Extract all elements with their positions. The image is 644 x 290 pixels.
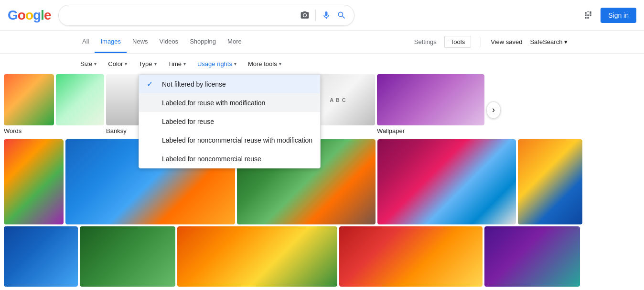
color-arrow-icon: ▾ — [125, 61, 127, 67]
dropdown-item-labeled-reuse[interactable]: ✓ Labeled for reuse — [139, 112, 320, 131]
voice-search-button[interactable] — [322, 11, 331, 20]
more-tools-arrow-icon: ▾ — [279, 61, 281, 67]
check-empty-icon: ✓ — [147, 98, 156, 107]
nav-tabs: All Images News Videos Shopping More Set… — [0, 31, 644, 54]
dropdown-item-labeled-noncommercial-modification[interactable]: ✓ Labeled for noncommercial reuse with m… — [139, 131, 320, 149]
right-arrow-container: › — [486, 84, 501, 135]
tab-more[interactable]: More — [222, 31, 247, 53]
colorful-tag-image[interactable] — [177, 226, 337, 287]
header-right: Sign in — [580, 7, 636, 24]
time-arrow-icon: ▾ — [183, 61, 186, 67]
wallpaper-group: Wallpaper — [377, 74, 484, 135]
graffiti-text-image[interactable] — [339, 226, 483, 287]
search-button[interactable] — [337, 11, 346, 20]
nav-right: Settings Tools View saved SafeSearch ▾ — [414, 36, 568, 48]
tab-images[interactable]: Images — [95, 31, 127, 53]
search-divider — [315, 10, 316, 21]
words-image-2[interactable] — [56, 74, 104, 125]
sign-in-button[interactable]: Sign in — [601, 8, 636, 23]
usage-rights-filter[interactable]: Usage rights ▾ — [193, 57, 240, 70]
google-logo: Google — [8, 8, 51, 23]
search-input[interactable]: graffiti — [66, 11, 294, 20]
wallpaper-image-1[interactable] — [377, 74, 484, 125]
yes-graffiti-image[interactable] — [518, 139, 582, 224]
check-empty-icon-2: ✓ — [147, 117, 156, 126]
nav-divider — [481, 37, 481, 47]
type-arrow-icon: ▾ — [154, 61, 157, 67]
more-tools-filter[interactable]: More tools ▾ — [244, 57, 285, 70]
next-arrow-button[interactable]: › — [486, 101, 501, 119]
image-row-3 — [0, 224, 644, 287]
dropdown-item-labeled-noncommercial[interactable]: ✓ Labeled for noncommercial reuse — [139, 149, 320, 168]
search-icon — [337, 11, 346, 20]
wallpaper-label: Wallpaper — [377, 125, 484, 135]
type-filter[interactable]: Type ▾ — [135, 57, 160, 70]
apps-icon — [583, 11, 593, 20]
safe-search[interactable]: SafeSearch ▾ — [530, 38, 568, 45]
filter-bar: Size ▾ Color ▾ Type ▾ Time ▾ Usage right… — [0, 54, 644, 74]
size-filter[interactable]: Size ▾ — [76, 57, 100, 70]
header: Google graffiti — [0, 0, 644, 31]
tab-news[interactable]: News — [127, 31, 154, 53]
words-image-1[interactable] — [4, 74, 54, 125]
image-row-2 — [0, 135, 644, 224]
colorful-wall-image[interactable] — [377, 139, 516, 224]
purple-graffiti-image[interactable] — [484, 226, 580, 287]
green-graffiti-image[interactable] — [80, 226, 175, 287]
words-group: Words — [4, 74, 104, 135]
microphone-icon — [322, 11, 331, 20]
words-label: Words — [4, 125, 104, 135]
tools-button[interactable]: Tools — [444, 36, 471, 48]
camera-icon — [300, 11, 310, 20]
words-images-top — [4, 74, 104, 125]
check-icon: ✓ — [147, 79, 156, 89]
check-empty-icon-3: ✓ — [147, 135, 156, 145]
tab-shopping[interactable]: Shopping — [184, 31, 222, 53]
usage-arrow-icon: ▾ — [234, 61, 236, 67]
wallpaper-images — [377, 74, 484, 125]
dropdown-item-labeled-reuse-modification[interactable]: ✓ Labeled for reuse with modification — [139, 93, 320, 112]
content-area: Words Banksy — [0, 74, 644, 287]
search-bar: graffiti — [58, 5, 354, 26]
image-search-button[interactable] — [300, 11, 310, 20]
tab-all[interactable]: All — [76, 31, 95, 53]
blue-monster-image[interactable] — [4, 226, 78, 287]
time-filter[interactable]: Time ▾ — [164, 57, 190, 70]
size-arrow-icon: ▾ — [94, 61, 97, 67]
color-filter[interactable]: Color ▾ — [104, 57, 131, 70]
apps-button[interactable] — [580, 7, 597, 24]
check-empty-icon-4: ✓ — [147, 154, 156, 163]
dropdown-item-not-filtered[interactable]: ✓ Not filtered by license — [139, 75, 320, 93]
settings-button[interactable]: Settings — [414, 38, 437, 45]
image-row-1: Words Banksy — [0, 74, 644, 135]
abc-graffiti-image[interactable] — [4, 139, 64, 224]
view-saved[interactable]: View saved — [491, 38, 522, 45]
usage-rights-dropdown: ✓ Not filtered by license ✓ Labeled for … — [139, 74, 321, 168]
tab-videos[interactable]: Videos — [154, 31, 184, 53]
chevron-down-icon: ▾ — [564, 38, 568, 45]
